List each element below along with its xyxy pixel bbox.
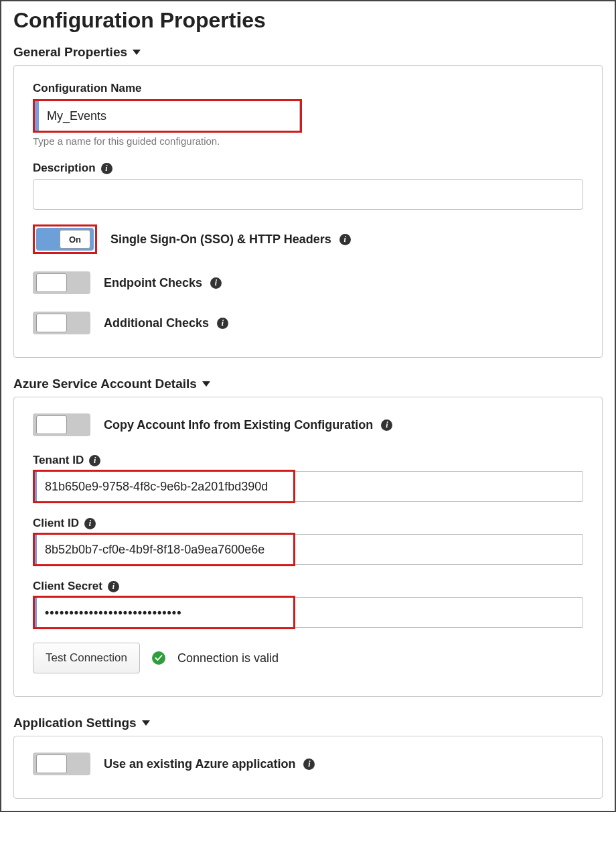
section-body-appsettings: Use an existing Azure application i	[13, 736, 603, 799]
info-icon[interactable]: i	[108, 581, 119, 592]
caret-down-icon	[133, 50, 141, 55]
copy-account-label: Copy Account Info from Existing Configur…	[104, 418, 373, 432]
additional-toggle[interactable]	[33, 312, 90, 334]
copy-account-toggle[interactable]	[33, 413, 90, 436]
section-body-general: Configuration Name Type a name for this …	[13, 65, 603, 358]
description-label: Description	[33, 161, 96, 175]
sso-label: Single Sign-On (SSO) & HTTP Headers	[110, 233, 331, 247]
sso-toggle-knob: On	[60, 230, 90, 249]
tenant-id-label: Tenant ID	[33, 454, 84, 467]
info-icon[interactable]: i	[210, 277, 222, 289]
section-header-general[interactable]: General Properties	[13, 45, 603, 60]
client-secret-label: Client Secret	[33, 580, 102, 593]
info-icon[interactable]: i	[84, 518, 96, 529]
sso-toggle[interactable]: On	[36, 228, 94, 251]
description-input[interactable]	[33, 179, 583, 210]
tenant-id-input[interactable]	[33, 471, 583, 502]
config-name-highlight	[33, 99, 302, 133]
info-icon[interactable]: i	[101, 163, 112, 174]
client-id-input[interactable]	[33, 534, 583, 565]
config-name-hint: Type a name for this guided configuratio…	[33, 135, 583, 147]
check-icon	[152, 651, 165, 665]
info-icon[interactable]: i	[303, 759, 315, 770]
info-icon[interactable]: i	[217, 318, 228, 329]
info-icon[interactable]: i	[339, 234, 351, 245]
config-name-label: Configuration Name	[33, 82, 583, 95]
page-title: Configuration Properties	[13, 8, 603, 33]
additional-label: Additional Checks	[104, 316, 209, 330]
client-secret-input[interactable]	[33, 597, 583, 628]
caret-down-icon	[202, 381, 210, 387]
config-name-input[interactable]	[35, 101, 300, 131]
section-header-azure-label: Azure Service Account Details	[13, 377, 197, 391]
endpoint-toggle-knob	[36, 273, 67, 292]
connection-status-text: Connection is valid	[177, 651, 279, 665]
copy-account-toggle-knob	[36, 415, 67, 434]
section-header-azure[interactable]: Azure Service Account Details	[13, 377, 603, 391]
section-header-appsettings-label: Application Settings	[13, 716, 137, 730]
use-existing-label: Use an existing Azure application	[104, 757, 295, 771]
info-icon[interactable]: i	[89, 455, 100, 466]
use-existing-toggle[interactable]	[33, 753, 90, 775]
sso-toggle-highlight: On	[33, 224, 97, 254]
client-id-label: Client ID	[33, 517, 79, 530]
endpoint-toggle[interactable]	[33, 271, 90, 294]
info-icon[interactable]: i	[381, 419, 392, 431]
test-connection-button[interactable]: Test Connection	[33, 643, 140, 673]
section-header-appsettings[interactable]: Application Settings	[13, 716, 603, 730]
endpoint-label: Endpoint Checks	[104, 276, 202, 290]
caret-down-icon	[142, 720, 150, 726]
section-body-azure: Copy Account Info from Existing Configur…	[13, 397, 603, 697]
additional-toggle-knob	[36, 314, 67, 332]
use-existing-toggle-knob	[36, 755, 67, 773]
section-header-general-label: General Properties	[13, 45, 127, 60]
